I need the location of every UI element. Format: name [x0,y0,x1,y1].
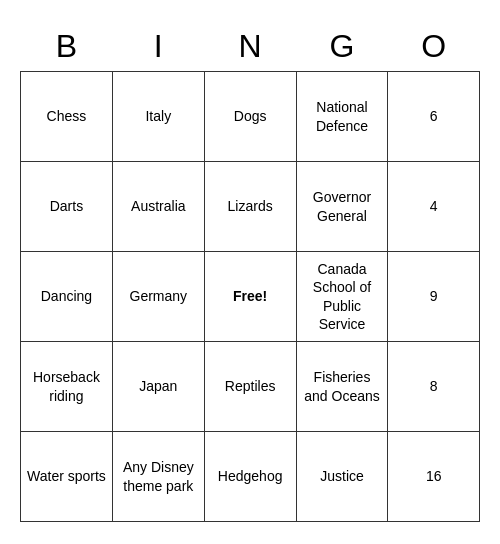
cell-r2-c1: Germany [112,252,204,342]
cell-r2-c3: Canada School of Public Service [296,252,388,342]
header-o: O [388,22,480,72]
cell-r1-c3: Governor General [296,162,388,252]
cell-r0-c3: National Defence [296,72,388,162]
cell-r4-c4: 16 [388,432,480,522]
table-row: Water sportsAny Disney theme parkHedgeho… [21,432,480,522]
cell-r2-c0: Dancing [21,252,113,342]
cell-r0-c0: Chess [21,72,113,162]
table-row: DartsAustraliaLizardsGovernor General4 [21,162,480,252]
bingo-card: B I N G O ChessItalyDogsNational Defence… [20,22,480,522]
cell-r3-c4: 8 [388,342,480,432]
table-row: DancingGermanyFree!Canada School of Publ… [21,252,480,342]
cell-r3-c2: Reptiles [204,342,296,432]
cell-r4-c3: Justice [296,432,388,522]
cell-r2-c2: Free! [204,252,296,342]
cell-r0-c1: Italy [112,72,204,162]
cell-r4-c1: Any Disney theme park [112,432,204,522]
cell-r4-c0: Water sports [21,432,113,522]
header-n: N [204,22,296,72]
cell-r1-c2: Lizards [204,162,296,252]
header-g: G [296,22,388,72]
cell-r3-c0: Horseback riding [21,342,113,432]
table-row: ChessItalyDogsNational Defence6 [21,72,480,162]
cell-r1-c0: Darts [21,162,113,252]
table-row: Horseback ridingJapanReptilesFisheries a… [21,342,480,432]
cell-r1-c1: Australia [112,162,204,252]
cell-r1-c4: 4 [388,162,480,252]
header-i: I [112,22,204,72]
cell-r3-c1: Japan [112,342,204,432]
cell-r4-c2: Hedgehog [204,432,296,522]
cell-r0-c2: Dogs [204,72,296,162]
header-b: B [21,22,113,72]
cell-r0-c4: 6 [388,72,480,162]
cell-r2-c4: 9 [388,252,480,342]
cell-r3-c3: Fisheries and Oceans [296,342,388,432]
